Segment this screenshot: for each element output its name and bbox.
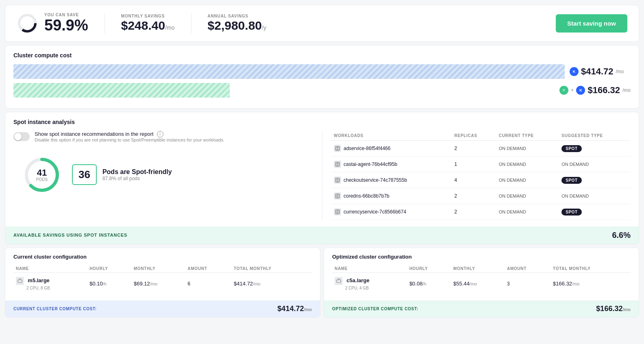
friendly-pods-number: 36 [72,164,97,185]
workload-row: adservice-86f54f44662ON DEMANDSPOT [331,140,631,156]
workload-icon [334,145,341,152]
current-cost-unit: /mo [616,69,624,74]
current-cluster-footer: CURRENT CLUSTER COMPUTE COST: $414.72/mo [5,300,320,317]
annual-savings-label: ANNUAL SAVINGS [208,14,266,18]
workload-replicas: 2 [451,140,496,156]
savings-pct-value: 59.9% [44,17,88,34]
svg-rect-4 [335,146,339,150]
current-cluster-title: Current cluster configuration [13,254,312,260]
annual-savings-group: ANNUAL SAVINGS $2,980.80/y [208,14,266,33]
svg-rect-11 [336,179,339,180]
spot-toggle-main-label: Show spot instance recommendations in th… [35,131,154,137]
spot-section-title: Spot instance analysis [13,119,631,125]
opt-instance-icon [335,277,343,285]
monthly-savings-group: MONTHLY SAVINGS $248.40/mo [121,14,175,33]
workload-row: coredns-66bc8b7b7b2ON DEMANDON DEMAND [331,188,631,204]
opt-monthly: $55.44/mo [451,272,505,295]
spot-toggle-sub-label: Disable this option if you are not plann… [35,137,224,142]
optimized-cost-bar [13,83,555,98]
monthly-savings-value: $248.40/mo [121,18,175,33]
current-col-amount: AMOUNT [185,265,231,273]
spot-toggle-labels: Show spot instance recommendations in th… [35,131,224,142]
optimized-cluster-footer-value: $166.32/mo [596,305,631,313]
workload-current-type: ON DEMAND [496,204,559,220]
svg-rect-18 [336,212,339,213]
savings-banner: YOU CAN SAVE 59.9% MONTHLY SAVINGS $248.… [5,5,639,42]
workload-replicas: 2 [451,188,496,204]
opt-col-amount: AMOUNT [505,265,550,273]
optimized-cluster-table: NAME HOURLY MONTHLY AMOUNT TOTAL MONTHLY… [332,265,631,295]
workload-replicas: 4 [451,172,496,188]
workload-name-cell: currencyservice-7c8566b674 [331,204,451,220]
workload-suggested-type: SPOT [558,172,631,188]
workload-icon [334,161,341,168]
svg-rect-13 [335,194,339,198]
current-amount: 6 [185,272,231,295]
pods-friendly-sub: 87.8% of all pods [102,176,172,181]
start-saving-button[interactable]: Start saving now [556,14,627,33]
workload-replicas: 2 [451,204,496,220]
optimized-cost-label: C + K $166.32 /mo [559,85,631,96]
pods-donut-chart: 41 Pods [22,155,62,195]
svg-rect-10 [335,178,339,182]
pods-friendly-main: Pods are Spot-friendly [102,168,172,176]
svg-rect-6 [336,149,339,150]
workload-row: currencyservice-7c8566b6742ON DEMANDSPOT [331,204,631,220]
current-bar-fill [13,64,565,79]
workload-suggested-type: SPOT [558,204,631,220]
banner-divider-2 [191,13,191,33]
current-cost-bar [13,64,565,79]
monthly-savings-label: MONTHLY SAVINGS [121,14,175,18]
workload-suggested-type: ON DEMAND [558,188,631,204]
current-total: $414.72/mo [231,272,312,295]
opt-total: $166.32/mo [550,272,631,295]
workload-name-cell: adservice-86f54f4466 [331,140,451,156]
opt-amount: 3 [505,272,550,295]
spot-toggle-switch[interactable] [13,132,30,141]
current-col-total: TOTAL MONTHLY [231,265,312,273]
optimized-cluster-card: Optimized cluster configuration NAME HOU… [324,248,639,318]
optimized-cost-value: $166.32 [587,85,620,96]
optimized-cost-unit: /mo [622,87,631,93]
workload-row: checkoutservice-74c787555b4ON DEMANDSPOT [331,172,631,188]
col-replicas: REPLICAS [451,131,496,141]
savings-circle-group: YOU CAN SAVE 59.9% [17,13,88,34]
available-savings-label: AVAILABLE SAVINGS USING SPOT INSTANCES [13,233,127,237]
opt-col-total: TOTAL MONTHLY [550,265,631,273]
optimized-cluster-footer: OPTIMIZED CLUSTER COMPUTE COST: $166.32/… [324,300,639,317]
pods-donut-area: 41 Pods 36 Pods are Spot-friendly 87.8% … [13,150,314,203]
donut-total-number: 41 [36,168,48,177]
current-cluster-row: m5.large 2 CPU, 8 GB $0.10/h $69.12/mo 6… [13,272,312,295]
svg-rect-20 [337,280,341,283]
workload-icon [334,208,341,216]
svg-rect-5 [336,147,339,148]
optimized-cluster-row: c5a.large 2 CPU, 4 GB $0.08/h $55.44/mo … [332,272,631,295]
svg-rect-19 [18,280,22,283]
info-icon[interactable]: i [157,131,163,137]
current-cost-value: $414.72 [581,66,614,77]
cast-icon: C [559,86,568,95]
current-cost-label: K $414.72 /mo [570,66,631,77]
opt-col-hourly: HOURLY [407,265,451,273]
annual-savings-value: $2,980.80/y [208,18,266,33]
opt-col-name: NAME [332,265,407,273]
svg-rect-15 [336,196,339,197]
pods-friendly-group: 36 Pods are Spot-friendly 87.8% of all p… [72,164,172,185]
donut-center: 41 Pods [36,168,48,181]
workload-replicas: 1 [451,156,496,172]
svg-rect-12 [336,181,339,181]
spot-right-panel: WORKLOADS REPLICAS CURRENT TYPE SUGGESTE… [322,131,631,220]
optimized-cost-bar-row: C + K $166.32 /mo [13,83,631,98]
opt-col-monthly: MONTHLY [451,265,505,273]
workload-row: castai-agent-76b44cf95b1ON DEMANDON DEMA… [331,156,631,172]
svg-rect-16 [335,210,339,214]
current-col-hourly: HOURLY [87,265,131,273]
savings-donut-chart [17,13,38,34]
cluster-compute-section: Cluster compute cost K $414.72 /mo C + K… [5,45,639,109]
workload-name-cell: castai-agent-76b44cf95b [331,156,451,172]
optimized-bar-fill [13,83,230,98]
cluster-configs-section: Current cluster configuration NAME HOURL… [5,248,639,318]
available-savings-bar: AVAILABLE SAVINGS USING SPOT INSTANCES 6… [5,226,639,244]
workload-icon [334,192,341,200]
current-cost-bar-row: K $414.72 /mo [13,64,631,79]
